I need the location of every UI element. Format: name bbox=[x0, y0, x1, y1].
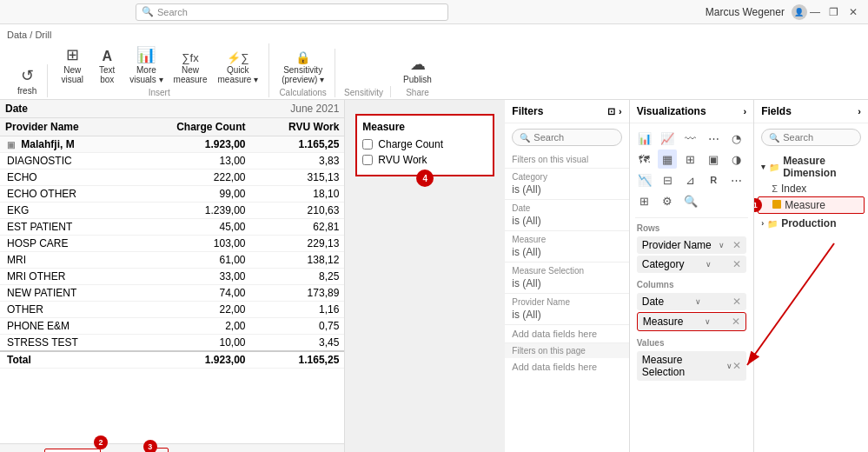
insert-group-label: Insert bbox=[149, 88, 170, 97]
chevron-right-icon[interactable]: › bbox=[858, 106, 861, 116]
filters-search-input[interactable] bbox=[533, 132, 613, 143]
viz-table[interactable]: ▦ bbox=[658, 150, 677, 169]
viz-r-visual[interactable]: R bbox=[704, 170, 723, 189]
measure-title: Measure bbox=[362, 121, 487, 133]
measure-container: Measure Charge Count RVU Work 4 bbox=[345, 100, 505, 452]
more-visuals-button[interactable]: 📊 Morevisuals ▾ bbox=[126, 43, 166, 86]
total-label: Total bbox=[0, 351, 129, 369]
new-measure-label: Newmeasure bbox=[174, 65, 208, 84]
more-visuals-icon: 📊 bbox=[136, 45, 156, 64]
viz-line-chart[interactable]: 📈 bbox=[658, 129, 677, 148]
table-panel: Date June 2021 Provider Name Charge Coun… bbox=[0, 100, 345, 452]
fields-search-box[interactable]: 🔍 bbox=[761, 129, 861, 146]
title-search-box[interactable]: 🔍 Search bbox=[136, 3, 448, 21]
sensitivity-label: Sensitivity(preview) ▾ bbox=[282, 65, 324, 84]
table-row: MRI OTHER 33,00 8,25 bbox=[0, 269, 344, 285]
filter-provider-name: Provider Name is (All) bbox=[505, 294, 628, 325]
viz-card[interactable]: ▣ bbox=[704, 150, 723, 169]
new-visual-button[interactable]: ⊞ Newvisual bbox=[56, 43, 88, 86]
viz-analytics[interactable]: 🔍 bbox=[681, 191, 700, 210]
table-row: EST PATIENT 45,00 62,81 bbox=[0, 219, 344, 236]
fields-item-index[interactable]: Σ Index bbox=[758, 181, 865, 196]
folder-icon: 📁 bbox=[767, 219, 778, 229]
collapse-icon[interactable]: ▣ bbox=[7, 140, 15, 150]
sigma-icon: Σ bbox=[772, 183, 778, 194]
filters-add-fields[interactable]: Add data fields here bbox=[505, 325, 628, 342]
drill-more-button[interactable]: ··· bbox=[219, 448, 236, 452]
drill-columns-dropdown[interactable]: Columns ▾ bbox=[44, 449, 100, 452]
filter-icon[interactable]: ⊡ bbox=[607, 106, 615, 117]
filters-header: Filters ⊡ › bbox=[505, 100, 628, 123]
publish-button[interactable]: ☁ Publish bbox=[400, 53, 435, 86]
rvu-work-checkbox[interactable] bbox=[362, 155, 373, 165]
viz-funnel[interactable]: ⊿ bbox=[681, 170, 700, 189]
viz-area-chart[interactable]: 〰 bbox=[681, 129, 700, 148]
charge-count-label: Charge Count bbox=[378, 138, 443, 150]
viz-gauge[interactable]: ◑ bbox=[727, 150, 746, 169]
badge-4: 4 bbox=[416, 170, 434, 187]
category-field: Category bbox=[642, 258, 685, 270]
remove-provider-icon[interactable]: ✕ bbox=[732, 239, 741, 251]
viz-slicer[interactable]: ⊟ bbox=[658, 170, 677, 189]
columns-measure-pill[interactable]: Measure ∨ ✕ bbox=[637, 312, 746, 331]
folder-icon: 📁 bbox=[769, 163, 779, 172]
rows-category-pill[interactable]: Category ∨ ✕ bbox=[637, 256, 746, 273]
fields-group-measure-dimension-header[interactable]: ▾ 📁 Measure Dimension bbox=[758, 153, 865, 181]
remove-date-icon[interactable]: ✕ bbox=[732, 296, 741, 308]
chevron-down-icon: ▾ bbox=[761, 163, 765, 171]
drill-expand-button[interactable]: ⤢ 3 bbox=[151, 448, 169, 452]
fields-item-measure[interactable]: Measure 1 bbox=[758, 196, 865, 214]
new-measure-button[interactable]: ∑fx Newmeasure bbox=[170, 50, 211, 86]
quick-measure-button[interactable]: ⚡∑ Quickmeasure ▾ bbox=[215, 50, 262, 86]
minimize-button[interactable]: — bbox=[807, 4, 823, 20]
group-charge: 1.923,00 bbox=[129, 136, 250, 153]
remove-measure-icon[interactable]: ✕ bbox=[732, 316, 740, 328]
table-row: ECHO OTHER 99,00 18,10 bbox=[0, 186, 344, 203]
measure-selection-field: Measure Selection bbox=[642, 354, 726, 378]
sensitivity-button[interactable]: 🔒 Sensitivity(preview) ▾ bbox=[278, 49, 328, 86]
chevron-right-icon[interactable]: › bbox=[744, 106, 747, 116]
filters-on-visual-label: Filters on this visual bbox=[505, 151, 628, 169]
viz-values-section: Values Measure Selection ∨ ✕ bbox=[630, 335, 753, 384]
viz-scatter[interactable]: ⋯ bbox=[704, 129, 723, 148]
table-row: NEW PATIENT 74,00 173,89 bbox=[0, 285, 344, 302]
drill-layout-button[interactable]: ⊡ bbox=[196, 448, 214, 452]
chevron-right-icon[interactable]: › bbox=[619, 106, 622, 117]
viz-kpi[interactable]: 📉 bbox=[635, 170, 654, 189]
filters-title: Filters bbox=[512, 105, 543, 117]
ribbon-group-sensitivity: Sensitivity bbox=[337, 86, 391, 97]
viz-matrix[interactable]: ⊞ bbox=[681, 150, 700, 169]
viz-map[interactable]: 🗺 bbox=[635, 150, 654, 169]
text-box-button[interactable]: A Textbox bbox=[91, 47, 123, 86]
refresh-button[interactable]: ↺ fresh bbox=[14, 64, 40, 97]
viz-format[interactable]: ⚙ bbox=[658, 191, 677, 210]
subheader-name: Provider Name bbox=[0, 118, 129, 136]
viz-more[interactable]: ⋯ bbox=[727, 170, 746, 189]
fields-search-input[interactable] bbox=[783, 132, 853, 143]
maximize-button[interactable]: ❐ bbox=[826, 4, 842, 20]
columns-date-pill[interactable]: Date ∨ ✕ bbox=[637, 293, 746, 310]
share-group-label: Share bbox=[406, 88, 429, 97]
remove-category-icon[interactable]: ✕ bbox=[732, 258, 741, 270]
measure-panel: Measure Charge Count RVU Work 4 bbox=[355, 114, 494, 176]
filters-on-page-label: Filters on this page bbox=[505, 342, 628, 358]
remove-measure-selection-icon[interactable]: ✕ bbox=[732, 360, 741, 372]
charge-count-checkbox[interactable] bbox=[362, 139, 373, 150]
drill-filter-button[interactable]: ⊟ bbox=[174, 448, 191, 452]
filters-search-box[interactable]: 🔍 bbox=[512, 129, 621, 146]
rows-provider-pill[interactable]: Provider Name ∨ ✕ bbox=[637, 236, 746, 254]
ribbon-group-insert: ⊞ Newvisual A Textbox 📊 Morevisuals ▾ ∑f… bbox=[50, 43, 269, 97]
title-bar-right: Marcus Wegener 👤 bbox=[706, 4, 807, 20]
filters-add-page-fields[interactable]: Add data fields here bbox=[505, 358, 628, 376]
close-button[interactable]: ✕ bbox=[845, 4, 861, 20]
viz-bar-chart[interactable]: 📊 bbox=[635, 129, 654, 148]
columns-label: Columns bbox=[630, 278, 753, 291]
drill-up-button[interactable]: ↑ bbox=[106, 448, 123, 452]
ribbon: Data / Drill ↺ fresh ⊞ Newvisual A Textb… bbox=[0, 24, 868, 100]
viz-fields[interactable]: ⊞ bbox=[635, 191, 654, 210]
viz-pie[interactable]: ◔ bbox=[727, 129, 746, 148]
fields-group-production-header[interactable]: › 📁 Production bbox=[758, 216, 865, 231]
values-measure-selection-pill[interactable]: Measure Selection ∨ ✕ bbox=[637, 351, 746, 381]
main-layout: Date June 2021 Provider Name Charge Coun… bbox=[0, 100, 868, 452]
group-name: Measure Dimension bbox=[783, 155, 861, 179]
